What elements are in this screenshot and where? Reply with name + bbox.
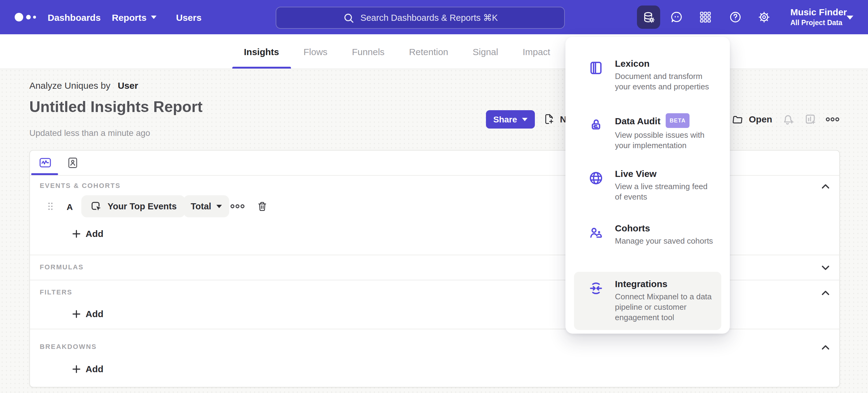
mixpanel-logo-icon[interactable] xyxy=(14,11,38,23)
open-folder-icon xyxy=(731,113,744,125)
data-management-button[interactable] xyxy=(637,5,660,29)
breadcrumb: Analyze Uniques byUser xyxy=(29,80,138,91)
add-to-board-icon[interactable] xyxy=(804,113,817,126)
updated-timestamp: Updated less than a minute ago xyxy=(29,128,150,138)
breadcrumb-label: Analyze Uniques by xyxy=(29,80,110,91)
delete-event-trash-icon[interactable] xyxy=(256,200,268,213)
lexicon-icon xyxy=(588,60,604,76)
plus-icon xyxy=(72,365,81,373)
menu-item-live-view[interactable]: Live View View a live streaming feed of … xyxy=(574,162,721,208)
menu-item-desc: Manage your saved cohorts xyxy=(615,236,713,246)
menu-item-cohorts[interactable]: Cohorts Manage your saved cohorts xyxy=(574,216,721,252)
apps-grid-icon[interactable] xyxy=(699,10,712,24)
help-icon[interactable] xyxy=(728,10,742,24)
event-icon xyxy=(90,200,102,213)
project-selector[interactable]: Music Finder All Project Data xyxy=(790,5,847,28)
project-name: Music Finder xyxy=(790,5,847,18)
search-input[interactable]: Search Dashboards & Reports ⌘K xyxy=(276,7,565,29)
events-view-tab-icon[interactable] xyxy=(38,156,52,170)
section-breakdowns-label: BREAKDOWNS xyxy=(40,343,97,350)
active-view-underline xyxy=(31,173,58,175)
mixpanel-app: Dashboards Reports Users Search Dashboar… xyxy=(0,0,868,393)
new-report-icon xyxy=(543,113,556,125)
profiles-view-tab-icon[interactable] xyxy=(66,156,80,170)
tab-impact[interactable]: Impact xyxy=(523,34,550,68)
add-event-button[interactable]: Add xyxy=(72,228,103,239)
tab-insights[interactable]: Insights xyxy=(244,34,279,68)
add-breakdown-button[interactable]: Add xyxy=(72,364,103,374)
collapse-events-chevron-icon[interactable] xyxy=(820,181,831,192)
event-row-more-icon[interactable] xyxy=(230,203,245,210)
chevron-down-icon xyxy=(216,204,222,208)
section-formulas-label: FORMULAS xyxy=(40,263,84,271)
open-report-button[interactable]: Open xyxy=(731,113,772,125)
tab-retention[interactable]: Retention xyxy=(409,34,448,68)
report-tabbar: Insights Flows Funnels Retention Signal … xyxy=(0,34,868,69)
cohorts-icon xyxy=(588,225,604,241)
menu-item-lexicon[interactable]: Lexicon Document and transform your even… xyxy=(574,51,721,98)
settings-icon[interactable] xyxy=(757,10,771,24)
event-picker-button[interactable]: Your Top Events xyxy=(81,195,185,217)
section-filters-label: FILTERS xyxy=(40,288,72,296)
menu-item-title: Lexicon xyxy=(615,58,715,69)
breadcrumb-value-dropdown[interactable]: User xyxy=(118,80,138,91)
section-events-label: EVENTS & COHORTS xyxy=(40,182,121,189)
menu-item-desc: View a live streaming feed of events xyxy=(615,181,715,202)
beta-badge: BETA xyxy=(666,113,689,128)
menu-item-title: Data AuditBETA xyxy=(615,113,715,128)
collapse-filters-chevron-icon[interactable] xyxy=(820,288,831,298)
create-alert-icon[interactable] xyxy=(782,113,795,126)
menu-item-desc: Document and transform your events and p… xyxy=(615,71,715,92)
menu-item-data-audit[interactable]: Data AuditBETA View possible issues with… xyxy=(574,107,721,157)
integrations-icon xyxy=(588,280,604,296)
share-button[interactable]: Share xyxy=(486,110,535,129)
add-filter-button[interactable]: Add xyxy=(72,309,103,319)
live-view-icon xyxy=(588,170,604,186)
report-title[interactable]: Untitled Insights Report xyxy=(29,98,203,116)
menu-item-desc: View possible issues with your implement… xyxy=(615,130,715,150)
search-placeholder: Search Dashboards & Reports ⌘K xyxy=(360,13,498,23)
tab-signal[interactable]: Signal xyxy=(473,34,498,68)
menu-item-integrations[interactable]: Integrations Connect Mixpanel to a data … xyxy=(574,272,721,330)
data-management-icon xyxy=(642,10,656,24)
data-management-menu: Lexicon Document and transform your even… xyxy=(565,37,730,334)
feedback-icon[interactable] xyxy=(670,10,683,24)
menu-item-title: Integrations xyxy=(615,278,715,289)
active-tab-underline xyxy=(232,66,291,68)
top-nav: Dashboards Reports Users Search Dashboar… xyxy=(0,0,868,34)
menu-item-title: Cohorts xyxy=(615,222,713,234)
tab-funnels[interactable]: Funnels xyxy=(352,34,384,68)
chevron-down-icon xyxy=(522,117,528,121)
nav-reports[interactable]: Reports xyxy=(112,0,156,34)
data-audit-icon xyxy=(588,116,604,132)
chevron-down-icon[interactable] xyxy=(847,15,853,20)
nav-users[interactable]: Users xyxy=(176,0,202,34)
chevron-down-icon xyxy=(151,15,156,19)
drag-handle-icon[interactable] xyxy=(47,201,54,211)
expand-formulas-chevron-icon[interactable] xyxy=(820,262,831,273)
collapse-breakdowns-chevron-icon[interactable] xyxy=(820,342,831,353)
menu-item-desc: Connect Mixpanel to a data pipeline or c… xyxy=(615,291,715,322)
plus-icon xyxy=(72,229,81,238)
more-options-icon[interactable] xyxy=(826,116,839,123)
metric-dropdown[interactable]: Total xyxy=(183,195,229,217)
plus-icon xyxy=(72,309,81,318)
nav-dashboards[interactable]: Dashboards xyxy=(48,0,100,34)
search-icon xyxy=(343,12,354,24)
metric-value: Total xyxy=(191,201,211,211)
tab-flows[interactable]: Flows xyxy=(304,34,327,68)
event-name: Your Top Events xyxy=(107,201,177,211)
event-row-letter: A xyxy=(67,202,73,212)
project-scope: All Project Data xyxy=(790,18,847,28)
menu-item-title: Live View xyxy=(615,168,715,179)
